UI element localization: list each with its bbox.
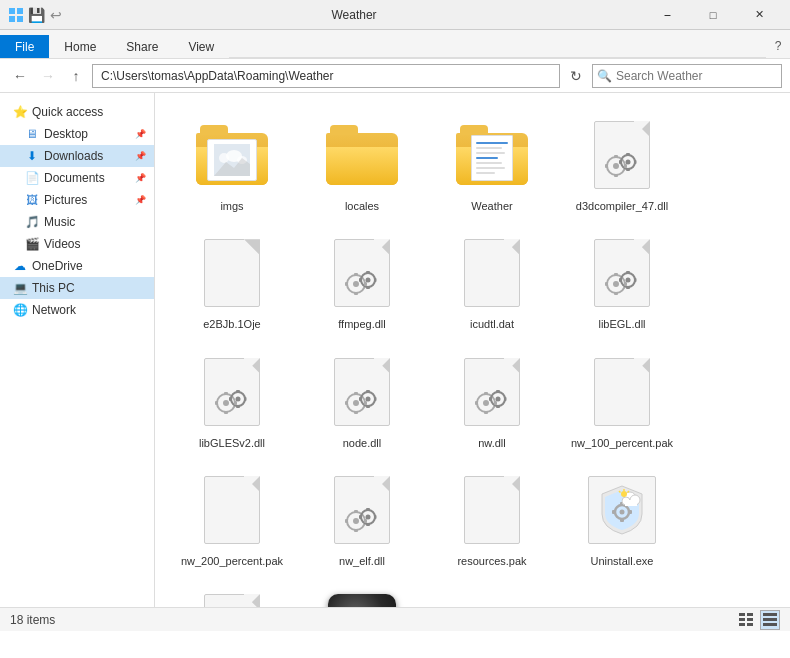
svg-rect-29 (366, 271, 370, 274)
svg-rect-64 (364, 401, 367, 405)
svg-rect-67 (359, 397, 362, 401)
sidebar-item-documents[interactable]: 📄 Documents 📌 (0, 167, 154, 189)
sidebar-item-onedrive[interactable]: ☁ OneDrive (0, 255, 154, 277)
svg-rect-90 (366, 523, 370, 526)
address-bar: ← → ↑ ↻ 🔍 (0, 59, 790, 93)
window-controls[interactable]: ‒ □ ✕ (644, 0, 782, 30)
dll-d3d-icon (582, 115, 662, 195)
svg-rect-88 (364, 519, 367, 523)
list-item[interactable]: nw.dll (427, 342, 557, 460)
tab-home[interactable]: Home (49, 35, 111, 58)
svg-rect-75 (475, 401, 478, 405)
sidebar-item-desktop[interactable]: 🖥 Desktop 📌 (0, 123, 154, 145)
svg-rect-85 (354, 510, 358, 513)
svg-rect-38 (614, 292, 618, 295)
sidebar-item-this-pc[interactable]: 💻 This PC (0, 277, 154, 299)
exe-uninstall-icon (582, 470, 662, 550)
svg-rect-40 (624, 282, 627, 286)
close-button[interactable]: ✕ (736, 0, 782, 30)
tab-view[interactable]: View (173, 35, 229, 58)
sidebar-music-label: Music (44, 215, 75, 229)
svg-rect-61 (354, 392, 358, 395)
refresh-button[interactable]: ↻ (564, 64, 588, 88)
sidebar-onedrive-label: OneDrive (32, 259, 83, 273)
sidebar-quick-access[interactable]: ⭐ Quick access (0, 101, 154, 123)
svg-rect-78 (496, 405, 500, 408)
list-item[interactable]: libGLESv2.dll (167, 342, 297, 460)
back-button[interactable]: ← (8, 64, 32, 88)
svg-rect-16 (624, 164, 627, 168)
list-item[interactable]: libEGL.dll (557, 223, 687, 341)
list-item[interactable]: node.dll (297, 342, 427, 460)
pin-icon-desktop: 📌 (135, 129, 146, 139)
svg-rect-62 (354, 411, 358, 414)
list-item[interactable]: e2BJb.1Oje (167, 223, 297, 341)
ribbon: File Home Share View ? (0, 30, 790, 59)
svg-rect-116 (747, 613, 753, 616)
list-item[interactable]: Uninstall.exe (557, 460, 687, 578)
sidebar-item-downloads[interactable]: ⬇ Downloads 📌 (0, 145, 154, 167)
list-item[interactable]: nw_elf.dll (297, 460, 427, 578)
address-input[interactable] (92, 64, 560, 88)
svg-rect-89 (366, 508, 370, 511)
file-name: icudtl.dat (470, 317, 514, 331)
sidebar-item-music[interactable]: 🎵 Music (0, 211, 154, 233)
file-name: nw_200_percent.pak (181, 554, 283, 568)
forward-button[interactable]: → (36, 64, 60, 88)
svg-line-105 (628, 491, 630, 493)
sidebar-item-pictures[interactable]: 🖼 Pictures 📌 (0, 189, 154, 211)
list-item[interactable]: ffmpeg.dll (297, 223, 427, 341)
svg-rect-118 (747, 618, 753, 621)
svg-rect-54 (236, 405, 240, 408)
pak-resources-icon (452, 470, 532, 550)
sidebar-documents-label: Documents (44, 171, 105, 185)
svg-rect-87 (345, 519, 348, 523)
svg-rect-97 (612, 510, 615, 514)
list-view-button[interactable] (736, 610, 756, 630)
sidebar-videos-label: Videos (44, 237, 80, 251)
svg-point-72 (496, 396, 501, 401)
desktop-icon: 🖥 (24, 126, 40, 142)
generic-file-icon (192, 233, 272, 313)
tab-share[interactable]: Share (111, 35, 173, 58)
dll-node-icon (322, 352, 402, 432)
grid-view-button[interactable] (760, 610, 780, 630)
svg-rect-122 (763, 618, 777, 621)
file-name: locales (345, 199, 379, 213)
list-item[interactable]: d3dcompiler_47.dll (557, 105, 687, 223)
sidebar-item-network[interactable]: 🌐 Network (0, 299, 154, 321)
svg-rect-15 (605, 164, 608, 168)
svg-rect-79 (489, 397, 492, 401)
sidebar-item-videos[interactable]: 🎬 Videos (0, 233, 154, 255)
up-button[interactable]: ↑ (64, 64, 88, 88)
search-input[interactable] (616, 69, 756, 83)
search-icon: 🔍 (593, 69, 616, 83)
sidebar: ⭐ Quick access 🖥 Desktop 📌 ⬇ Downloads 📌… (0, 93, 155, 607)
maximize-button[interactable]: □ (690, 0, 736, 30)
folder-weather-icon (452, 115, 532, 195)
dat-file-icon (452, 233, 532, 313)
svg-rect-66 (366, 405, 370, 408)
svg-rect-32 (374, 278, 377, 282)
list-item[interactable]: v8_context_snapshot.bin (167, 578, 297, 607)
list-item[interactable]: nw_100_percent.pak (557, 342, 687, 460)
svg-rect-76 (494, 401, 497, 405)
list-item[interactable]: imgs (167, 105, 297, 223)
list-item[interactable]: icudtl.dat (427, 223, 557, 341)
list-item[interactable]: resources.pak (427, 460, 557, 578)
minimize-button[interactable]: ‒ (644, 0, 690, 30)
svg-rect-39 (605, 282, 608, 286)
svg-rect-27 (345, 282, 348, 286)
ribbon-help-button[interactable]: ? (766, 34, 790, 58)
svg-rect-91 (359, 515, 362, 519)
svg-rect-80 (504, 397, 507, 401)
list-item[interactable]: Weather.exe (297, 578, 427, 607)
list-item[interactable]: locales (297, 105, 427, 223)
tab-file[interactable]: File (0, 35, 49, 58)
folder-imgs-icon (192, 115, 272, 195)
list-item[interactable]: nw_200_percent.pak (167, 460, 297, 578)
pak-200-icon (192, 470, 272, 550)
item-count: 18 items (10, 613, 55, 627)
svg-rect-92 (374, 515, 377, 519)
list-item[interactable]: Weather (427, 105, 557, 223)
